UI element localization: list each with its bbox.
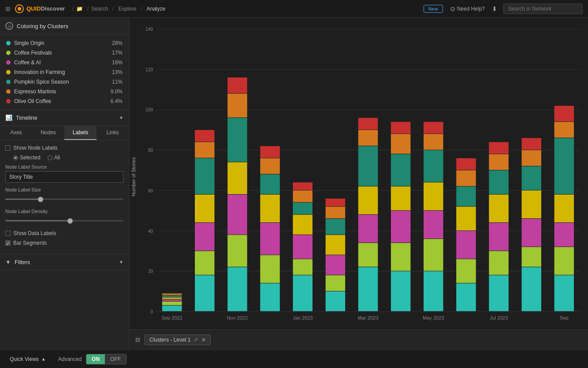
bar-segment[interactable] [227, 77, 247, 93]
bar-segment[interactable] [358, 187, 378, 214]
bar-segment[interactable] [358, 118, 378, 130]
bar-segment[interactable] [489, 170, 508, 194]
bar-segment[interactable] [391, 134, 410, 154]
new-button[interactable]: New [424, 5, 443, 13]
node-label-source-input[interactable] [5, 171, 123, 183]
bar-segment[interactable] [456, 283, 476, 311]
bar-segment[interactable] [260, 158, 279, 174]
bar-segment[interactable] [162, 294, 182, 295]
bar-segment[interactable] [358, 243, 378, 267]
bar-segment[interactable] [456, 231, 476, 258]
bar-segment[interactable] [162, 299, 182, 301]
quick-views-button[interactable]: Quick Views ▲ [6, 354, 49, 364]
bar-segment[interactable] [391, 122, 410, 134]
grid-icon[interactable]: ⊞ [5, 5, 11, 12]
density-slider-track[interactable] [5, 220, 123, 221]
bar-segment[interactable] [326, 235, 345, 255]
toggle-on-button[interactable]: ON [86, 354, 105, 364]
radio-all[interactable]: All [48, 155, 60, 161]
breadcrumb-search[interactable]: Search [91, 6, 108, 12]
bar-segment[interactable] [555, 275, 574, 311]
cluster-item[interactable]: Innovation in Farming 13% [0, 67, 129, 77]
bar-segment[interactable] [326, 219, 345, 235]
bar-segment[interactable] [227, 118, 247, 162]
tab-axes[interactable]: Axes [0, 126, 32, 140]
bar-segment[interactable] [293, 215, 312, 235]
bar-segment[interactable] [293, 202, 312, 214]
bar-segment[interactable] [358, 146, 378, 186]
bar-segment[interactable] [424, 271, 443, 311]
size-slider-thumb[interactable] [38, 197, 43, 202]
bar-segment[interactable] [162, 302, 182, 305]
bar-segment[interactable] [326, 206, 345, 218]
bar-segment[interactable] [456, 206, 476, 230]
bar-segment[interactable] [521, 247, 541, 267]
bar-segment[interactable] [195, 251, 214, 275]
bar-segment[interactable] [521, 166, 541, 190]
bar-segment[interactable] [489, 275, 508, 311]
bar-segment[interactable] [424, 134, 443, 150]
bar-segment[interactable] [424, 211, 443, 239]
cluster-item[interactable]: Espresso Martinis 9.0% [0, 87, 129, 96]
network-search-input[interactable] [503, 4, 583, 14]
cluster-item[interactable]: Pumpkin Spice Season 11% [0, 77, 129, 87]
bar-segment[interactable] [424, 239, 443, 271]
bar-segment[interactable] [424, 122, 443, 134]
bar-segment[interactable] [162, 295, 182, 297]
bar-segment[interactable] [456, 259, 476, 283]
bar-segment[interactable] [391, 271, 410, 311]
bar-segment[interactable] [358, 267, 378, 311]
size-slider-track[interactable] [5, 199, 123, 200]
bar-segment[interactable] [555, 106, 574, 121]
bar-segment[interactable] [326, 199, 345, 206]
filter-close-icon[interactable]: ✕ [201, 337, 206, 343]
bar-segment[interactable] [326, 255, 345, 275]
bar-segment[interactable] [227, 195, 247, 235]
bar-segments-checkbox[interactable]: ✓ [5, 240, 11, 246]
bar-segment[interactable] [195, 142, 214, 158]
bar-segment[interactable] [293, 182, 312, 190]
bar-segment[interactable] [489, 142, 508, 154]
radio-selected[interactable]: Selected [13, 155, 41, 161]
bar-segment[interactable] [489, 223, 508, 250]
cluster-item[interactable]: Olive Oil Coffee 6.4% [0, 96, 129, 106]
bar-segment[interactable] [521, 191, 541, 218]
tab-nodes[interactable]: Nodes [32, 126, 64, 140]
bar-segment[interactable] [260, 223, 279, 254]
bar-segment[interactable] [555, 195, 574, 222]
bar-segment[interactable] [227, 94, 247, 118]
bar-segment[interactable] [195, 195, 214, 222]
cluster-item[interactable]: Single Origin 28% [0, 38, 129, 48]
breadcrumb-analyze[interactable]: Analyze [147, 6, 166, 12]
bar-segment[interactable] [260, 283, 279, 311]
bar-segment[interactable] [293, 259, 312, 275]
breadcrumb-explore[interactable]: Explore [118, 6, 136, 12]
bar-segment[interactable] [293, 235, 312, 259]
bar-segment[interactable] [358, 130, 378, 146]
download-icon[interactable]: ⬇ [492, 5, 497, 12]
expand-icon[interactable]: ⤢ [194, 337, 198, 342]
bar-segment[interactable] [195, 223, 214, 250]
bar-segment[interactable] [555, 247, 574, 275]
help-button[interactable]: ⊙ Need Help? [450, 5, 485, 12]
bar-segment[interactable] [195, 158, 214, 194]
bar-segment[interactable] [555, 223, 574, 247]
bar-segment[interactable] [489, 251, 508, 275]
bar-segment[interactable] [521, 267, 541, 311]
bar-segment[interactable] [489, 195, 508, 222]
show-data-labels-checkbox[interactable] [5, 231, 11, 236]
bar-segment[interactable] [260, 255, 279, 283]
bar-segment[interactable] [260, 146, 279, 158]
bar-segment[interactable] [456, 187, 476, 206]
bar-segment[interactable] [227, 235, 247, 267]
bar-segment[interactable] [195, 275, 214, 311]
cluster-item[interactable]: Coffee & AI 16% [0, 58, 129, 67]
bar-segment[interactable] [555, 138, 574, 194]
bar-segment[interactable] [326, 275, 345, 291]
bar-segment[interactable] [358, 215, 378, 243]
bar-segment[interactable] [555, 122, 574, 138]
bar-segment[interactable] [227, 162, 247, 194]
filters-dropdown-icon[interactable]: ▼ [119, 260, 123, 265]
tab-labels[interactable]: Labels [64, 126, 97, 140]
toggle-off-button[interactable]: OFF [105, 354, 126, 364]
